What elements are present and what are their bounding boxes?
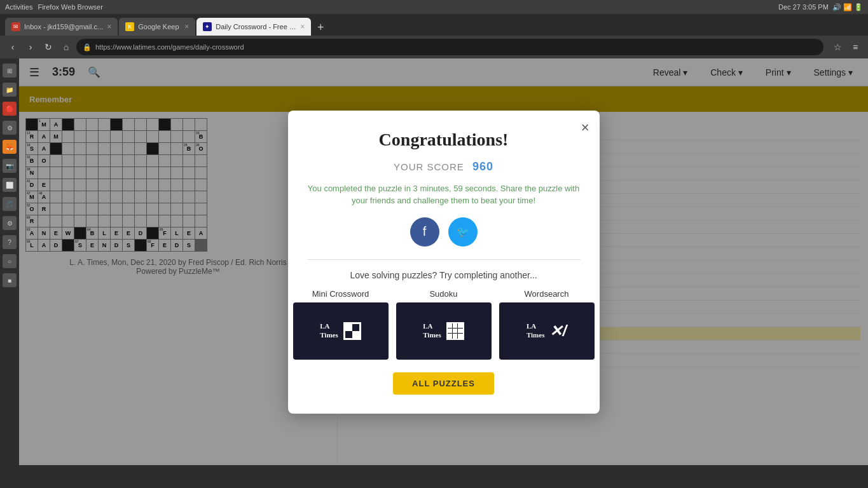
wordsearch-icon: ✕/: [549, 322, 567, 340]
datetime: Dec 27 3:05 PM: [778, 3, 829, 11]
browser-chrome: ✉ Inbox - jkd159@gmail.c... × K Google K…: [0, 14, 868, 58]
la-times-text-2: LATimes: [423, 322, 441, 339]
tab-crossword-label: Daily Crossword - Free P...: [216, 23, 296, 30]
dock-icon-12[interactable]: ■: [3, 273, 17, 287]
modal-divider: [307, 259, 581, 260]
bookmark-button[interactable]: ☆: [830, 39, 845, 55]
page-content: ⊞ 📁 🔴 ⚙ 🦊 📷 ⬜ 🎵 ⚙ ? ○ ■ ☰ 3:59 🔍 Reveal …: [0, 58, 868, 465]
dock-icon-1[interactable]: ⊞: [3, 64, 17, 78]
dock-icon-3[interactable]: 🔴: [3, 102, 17, 116]
score-row: YOUR SCORE 960: [307, 160, 581, 173]
crossword-page: ☰ 3:59 🔍 Reveal Check Print Settings Rem…: [19, 58, 868, 465]
tab-crossword-close[interactable]: ×: [300, 22, 305, 31]
facebook-share-button[interactable]: f: [410, 217, 439, 247]
social-row: f 🐦: [307, 217, 581, 247]
la-times-text-3: LATimes: [527, 322, 545, 339]
score-label: YOUR SCORE: [394, 161, 464, 172]
dock-icon-8[interactable]: 🎵: [3, 197, 17, 211]
tab-keep-favicon: K: [125, 22, 134, 31]
dock-icon-10[interactable]: ?: [3, 235, 17, 249]
tab-inbox-close[interactable]: ×: [107, 22, 111, 31]
tab-inbox[interactable]: ✉ Inbox - jkd159@gmail.c... ×: [5, 18, 118, 36]
address-text: https://www.latimes.com/games/daily-cros…: [95, 43, 244, 51]
wordsearch-image: LATimes ✕/: [499, 302, 595, 360]
modal-close-button[interactable]: ×: [581, 119, 589, 136]
score-value: 960: [472, 160, 493, 173]
crossword-icon: [343, 322, 361, 340]
address-bar[interactable]: 🔒 https://www.latimes.com/games/daily-cr…: [76, 39, 823, 55]
sudoku-label: Sudoku: [429, 289, 457, 299]
tab-crossword-favicon: ✦: [203, 22, 212, 31]
congratulations-modal: × Congratulations! YOUR SCORE 960 You co…: [288, 111, 600, 414]
nav-bar: ‹ › ↻ ⌂ 🔒 https://www.latimes.com/games/…: [0, 36, 868, 58]
more-puzzles-label: Love solving puzzles? Try completing ano…: [307, 270, 581, 280]
sudoku-icon: [446, 322, 464, 340]
sudoku-card[interactable]: Sudoku LATimes: [396, 289, 492, 360]
tab-crossword[interactable]: ✦ Daily Crossword - Free P... ×: [196, 18, 311, 36]
dock-icon-9[interactable]: ⚙: [3, 216, 17, 230]
main-area: ☰ 3:59 🔍 Reveal Check Print Settings Rem…: [19, 58, 868, 465]
wordsearch-label: Wordsearch: [525, 289, 569, 299]
system-tray: 🔊 📶 🔋: [832, 3, 863, 11]
modal-title: Congratulations!: [307, 130, 581, 150]
dock-icon-11[interactable]: ○: [3, 254, 17, 268]
menu-button[interactable]: ≡: [848, 39, 863, 55]
sudoku-image: LATimes: [396, 302, 492, 360]
os-dock: ⊞ 📁 🔴 ⚙ 🦊 📷 ⬜ 🎵 ⚙ ? ○ ■: [0, 58, 19, 465]
tab-keep-close[interactable]: ×: [184, 22, 189, 31]
dock-icon-7[interactable]: ⬜: [3, 178, 17, 192]
back-button[interactable]: ‹: [5, 39, 20, 55]
completion-text: You completed the puzzle in 3 minutes, 5…: [307, 182, 581, 207]
os-titlebar: Activities Firefox Web Browser Dec 27 3:…: [0, 0, 868, 14]
dock-icon-4[interactable]: ⚙: [3, 121, 17, 135]
new-tab-button[interactable]: +: [312, 19, 329, 36]
wordsearch-card[interactable]: Wordsearch LATimes ✕/: [499, 289, 595, 360]
all-puzzles-button[interactable]: ALL PUZZLES: [393, 372, 494, 395]
tab-bar: ✉ Inbox - jkd159@gmail.c... × K Google K…: [0, 14, 868, 36]
mini-crossword-image: LATimes: [293, 302, 389, 360]
dock-icon-6[interactable]: 📷: [3, 159, 17, 173]
tab-inbox-favicon: ✉: [11, 22, 20, 31]
activities-label[interactable]: Activities: [5, 3, 32, 11]
tab-keep[interactable]: K Google Keep ×: [119, 18, 195, 36]
mini-crossword-card[interactable]: Mini Crossword LATimes: [293, 289, 389, 360]
reload-button[interactable]: ↻: [41, 39, 56, 55]
modal-overlay: × Congratulations! YOUR SCORE 960 You co…: [19, 58, 868, 465]
dock-icon-2[interactable]: 📁: [3, 83, 17, 97]
forward-button[interactable]: ›: [23, 39, 38, 55]
facebook-icon: f: [423, 224, 427, 239]
puzzle-cards: Mini Crossword LATimes: [307, 289, 581, 360]
tab-inbox-label: Inbox - jkd159@gmail.c...: [24, 23, 103, 30]
home-button[interactable]: ⌂: [59, 39, 74, 55]
twitter-share-button[interactable]: 🐦: [448, 217, 478, 247]
twitter-icon: 🐦: [457, 226, 469, 238]
la-times-text-1: LATimes: [320, 322, 338, 339]
firefox-label: Firefox Web Browser: [38, 3, 103, 11]
dock-icon-5[interactable]: 🦊: [3, 140, 17, 154]
lock-icon: 🔒: [83, 43, 92, 51]
tab-keep-label: Google Keep: [138, 23, 181, 30]
mini-crossword-label: Mini Crossword: [312, 289, 369, 299]
